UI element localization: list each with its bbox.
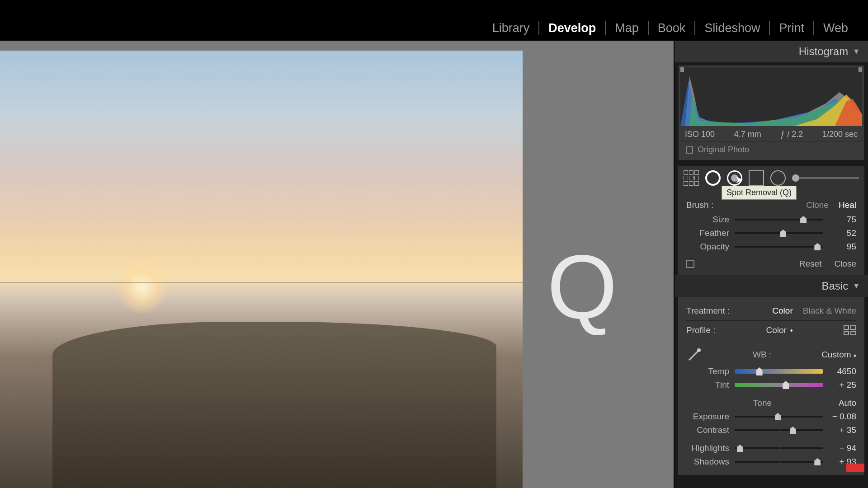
opacity-value[interactable]: 95: [828, 242, 856, 252]
basic-title: Basic: [821, 280, 848, 292]
brush-mode-clone[interactable]: Clone: [806, 200, 829, 210]
brush-panel: Brush : Clone Heal Size 75 Feather 52 Op…: [678, 195, 864, 275]
contrast-slider[interactable]: [735, 429, 823, 431]
svg-marker-6: [859, 67, 862, 72]
treatment-bw[interactable]: Black & White: [803, 306, 856, 316]
exif-aperture: ƒ / 2.2: [780, 130, 803, 139]
module-map[interactable]: Map: [606, 21, 649, 35]
exif-focal: 4.7 mm: [734, 130, 761, 139]
spot-removal-tool-icon[interactable]: [705, 170, 721, 186]
wb-label: WB :: [709, 350, 815, 360]
photo-sun: [115, 261, 169, 315]
contrast-value[interactable]: + 35: [828, 425, 856, 435]
tint-slider[interactable]: [735, 383, 823, 387]
exposure-slider[interactable]: [735, 416, 823, 418]
temp-value[interactable]: 4650: [828, 366, 856, 376]
chevron-down-icon: ▼: [853, 47, 860, 56]
temp-label: Temp: [686, 366, 729, 376]
reset-button[interactable]: Reset: [799, 259, 822, 269]
chevron-down-icon: ▼: [853, 282, 860, 290]
contrast-label: Contrast: [686, 425, 729, 435]
pin-toggle-icon[interactable]: [686, 260, 694, 268]
close-button[interactable]: Close: [834, 259, 856, 269]
feather-label: Feather: [686, 228, 729, 238]
tone-label: Tone: [686, 398, 839, 408]
exposure-label: Exposure: [686, 412, 729, 422]
highlights-slider[interactable]: [735, 447, 823, 449]
radial-filter-tool-icon[interactable]: [770, 170, 786, 186]
photo-horizon: [0, 282, 523, 283]
module-print[interactable]: Print: [770, 21, 814, 35]
tint-value[interactable]: + 25: [828, 380, 856, 390]
eyedropper-icon[interactable]: [686, 347, 703, 363]
exif-row: ISO 100 4.7 mm ƒ / 2.2 1/200 sec: [680, 126, 862, 141]
original-photo-row[interactable]: Original Photo: [680, 141, 862, 158]
crop-tool-icon[interactable]: [684, 170, 699, 186]
module-library[interactable]: Library: [483, 21, 540, 35]
profile-select[interactable]: Color♦: [766, 325, 793, 335]
histogram-title: Histogram: [799, 45, 848, 58]
size-label: Size: [686, 215, 729, 225]
workspace: Q Histogram ▼ ISO 100 4.7 mm ƒ / 2.2 1/2…: [0, 41, 868, 488]
opacity-label: Opacity: [686, 242, 729, 252]
graduated-filter-tool-icon[interactable]: [749, 170, 764, 186]
wb-select[interactable]: Custom ♦: [821, 350, 856, 360]
tint-label: Tint: [686, 380, 729, 390]
shortcut-overlay: Q: [547, 235, 618, 339]
feather-value[interactable]: 52: [828, 228, 856, 238]
size-slider[interactable]: [735, 219, 823, 221]
treatment-label: Treatment :: [686, 306, 730, 316]
shadows-slider[interactable]: [735, 461, 823, 463]
subscribe-badge[interactable]: [846, 464, 864, 472]
treatment-color[interactable]: Color: [772, 306, 793, 316]
highlights-value[interactable]: − 94: [828, 443, 856, 453]
photo-preview[interactable]: [0, 51, 523, 488]
cursor-icon: ➤: [735, 174, 743, 186]
profile-label: Profile :: [686, 325, 715, 335]
tool-tooltip: Spot Removal (Q): [722, 186, 797, 200]
svg-marker-5: [680, 67, 684, 72]
profile-browser-icon[interactable]: [844, 325, 856, 335]
canvas-area: Q: [0, 41, 674, 488]
highlights-label: Highlights: [686, 443, 729, 453]
histogram-panel: ISO 100 4.7 mm ƒ / 2.2 1/200 sec Origina…: [678, 65, 864, 160]
feather-slider[interactable]: [735, 232, 823, 234]
histogram-chart[interactable]: [680, 67, 862, 126]
opacity-slider[interactable]: [735, 246, 823, 248]
size-value[interactable]: 75: [828, 215, 856, 225]
exif-shutter: 1/200 sec: [822, 130, 858, 139]
module-slideshow[interactable]: Slideshow: [695, 21, 770, 35]
brush-mode-heal[interactable]: Heal: [839, 200, 856, 210]
original-photo-label: Original Photo: [698, 145, 749, 155]
module-book[interactable]: Book: [649, 21, 696, 35]
svg-line-7: [689, 351, 698, 360]
module-develop[interactable]: Develop: [539, 21, 606, 35]
svg-point-8: [697, 348, 701, 352]
temp-slider[interactable]: [735, 369, 823, 374]
original-photo-checkbox[interactable]: [686, 146, 693, 154]
histogram-header[interactable]: Histogram ▼: [675, 41, 868, 62]
auto-button[interactable]: Auto: [839, 398, 856, 408]
adjustment-brush-tool-icon[interactable]: [792, 177, 859, 179]
exif-iso: ISO 100: [685, 130, 715, 139]
basic-panel: Treatment : Color Black & White Profile …: [678, 297, 864, 475]
brush-label: Brush :: [686, 200, 713, 210]
photo-foreground: [52, 322, 497, 488]
module-web[interactable]: Web: [814, 21, 857, 35]
shadows-label: Shadows: [686, 457, 729, 467]
exposure-value[interactable]: − 0.08: [828, 412, 856, 422]
top-bar: Library Develop Map Book Slideshow Print…: [0, 0, 868, 41]
module-picker: Library Develop Map Book Slideshow Print…: [483, 21, 857, 35]
tool-strip: ➤ Spot Removal (Q): [678, 166, 864, 195]
right-panel: Histogram ▼ ISO 100 4.7 mm ƒ / 2.2 1/200…: [674, 41, 868, 488]
basic-header[interactable]: Basic ▼: [675, 275, 868, 297]
